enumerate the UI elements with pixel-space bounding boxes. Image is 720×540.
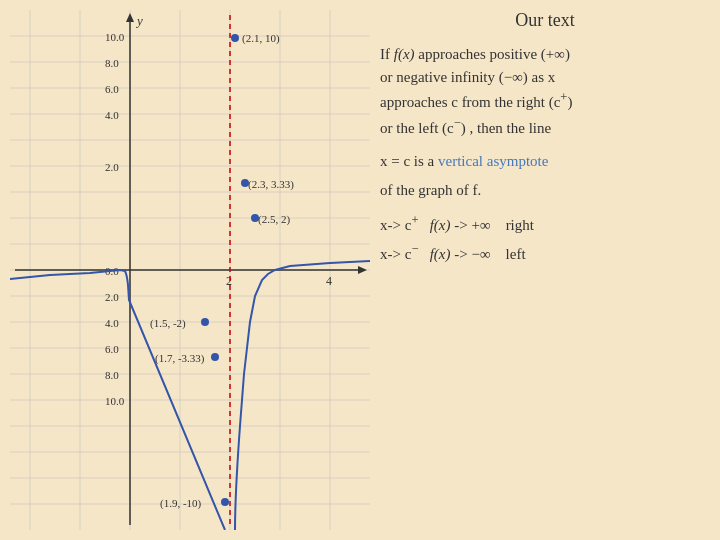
svg-text:4.0: 4.0 [105, 317, 119, 329]
svg-point-56 [221, 498, 229, 506]
svg-text:y: y [135, 13, 143, 28]
svg-point-52 [201, 318, 209, 326]
page-title: Our text [380, 10, 710, 31]
limit2-line: x-> c− f(x) -> −∞ left [380, 242, 710, 263]
svg-point-46 [231, 34, 239, 42]
svg-text:(2.5, 2): (2.5, 2) [258, 213, 290, 226]
svg-text:2.0: 2.0 [105, 161, 119, 173]
svg-text:10.0: 10.0 [105, 395, 125, 407]
graph-area: y = 1 x − 2 [10, 10, 370, 530]
svg-text:2.0: 2.0 [105, 291, 119, 303]
svg-text:(2.3, 3.33): (2.3, 3.33) [248, 178, 294, 191]
text-panel: Our text If f(x) approaches positive (+∞… [380, 10, 710, 271]
graph-of-statement: of the graph of f. [380, 182, 710, 199]
svg-text:(2.1, 10): (2.1, 10) [242, 32, 280, 45]
svg-point-54 [211, 353, 219, 361]
page-container: y = 1 x − 2 [0, 0, 720, 540]
asymptote-statement: x = c is a vertical asymptote [380, 153, 710, 170]
svg-text:(1.9, -10): (1.9, -10) [160, 497, 202, 510]
svg-text:(1.5, -2): (1.5, -2) [150, 317, 186, 330]
svg-text:6.0: 6.0 [105, 83, 119, 95]
svg-text:2: 2 [226, 274, 232, 288]
svg-text:6.0: 6.0 [105, 343, 119, 355]
svg-text:(1.7, -3.33): (1.7, -3.33) [155, 352, 205, 365]
description-block: If f(x) approaches positive (+∞) or nega… [380, 43, 710, 139]
svg-text:4.0: 4.0 [105, 109, 119, 121]
svg-text:8.0: 8.0 [105, 369, 119, 381]
svg-text:4: 4 [326, 274, 332, 288]
svg-text:8.0: 8.0 [105, 57, 119, 69]
graph-svg: y 2 4 10.0 8.0 6.0 4.0 2.0 2.0 4.0 6.0 8… [10, 10, 370, 530]
svg-text:10.0: 10.0 [105, 31, 125, 43]
limit1-line: x-> c+ f(x) -> +∞ f(x) -> +∞ rightright [380, 213, 710, 234]
asymptote-link: vertical asymptote [438, 153, 548, 169]
